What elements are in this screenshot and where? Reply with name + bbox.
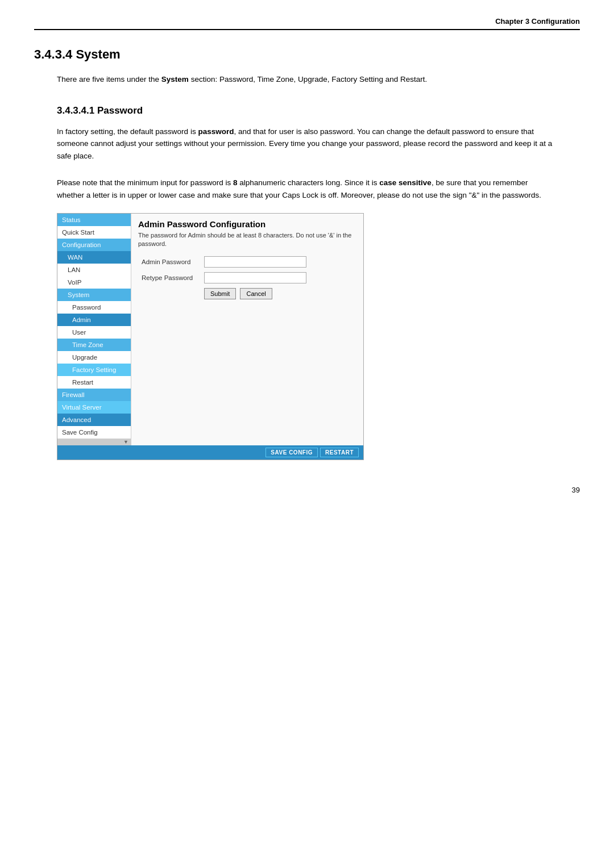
table-row: Retype Password — [138, 270, 356, 286]
admin-password-panel: Admin Password Configuration The passwor… — [131, 214, 363, 445]
sidebar-item-lan[interactable]: LAN — [57, 264, 131, 276]
admin-password-label: Admin Password — [138, 254, 201, 270]
sidebar-item-configuration[interactable]: Configuration — [57, 239, 131, 251]
sidebar-item-factory[interactable]: Factory Setting — [57, 364, 131, 376]
section-number: 3.4.3.4 — [34, 47, 72, 61]
cancel-button[interactable]: Cancel — [240, 288, 272, 299]
submit-button[interactable]: Submit — [204, 288, 236, 299]
restart-button[interactable]: RESTART — [320, 448, 359, 457]
save-config-button[interactable]: SAVE CONFIG — [265, 448, 318, 457]
chapter-header: Chapter 3 Configuration — [34, 17, 580, 30]
sidebar-item-wan[interactable]: WAN — [57, 251, 131, 264]
sidebar-item-virtual-server[interactable]: Virtual Server — [57, 401, 131, 414]
sidebar-item-voip[interactable]: VoIP — [57, 276, 131, 289]
config-panel-title: Admin Password Configuration — [138, 219, 356, 229]
router-sidebar: Status Quick Start Configuration WAN LAN… — [57, 214, 131, 445]
admin-password-input[interactable] — [204, 256, 306, 268]
scroll-indicator: ▼ — [123, 439, 128, 445]
page-number: 39 — [572, 486, 580, 494]
sidebar-item-admin[interactable]: Admin — [57, 314, 131, 326]
sidebar-item-timezone[interactable]: Time Zone — [57, 339, 131, 351]
subsection-para2: Please note that the minimum input for p… — [57, 177, 557, 201]
table-row: Submit Cancel — [138, 286, 356, 302]
subsection-title: 3.4.3.4.1 Password — [57, 105, 557, 116]
sidebar-item-restart[interactable]: Restart — [57, 376, 131, 389]
sidebar-item-save-config[interactable]: Save Config — [57, 426, 131, 439]
table-row: Admin Password — [138, 254, 356, 270]
sidebar-item-upgrade[interactable]: Upgrade — [57, 351, 131, 364]
sidebar-item-system[interactable]: System — [57, 289, 131, 301]
sidebar-item-quickstart[interactable]: Quick Start — [57, 226, 131, 239]
sidebar-item-user[interactable]: User — [57, 326, 131, 339]
section-name: System — [76, 47, 120, 61]
section-title: 3.4.3.4 System — [34, 47, 580, 62]
subsection-para1: In factory setting, the default password… — [57, 126, 557, 162]
sidebar-item-advanced[interactable]: Advanced — [57, 414, 131, 426]
sidebar-item-status[interactable]: Status — [57, 214, 131, 226]
router-ui-mockup: Status Quick Start Configuration WAN LAN… — [57, 213, 364, 460]
retype-password-input[interactable] — [204, 272, 306, 283]
config-panel-desc: The password for Admin should be at leas… — [138, 231, 356, 249]
retype-password-label: Retype Password — [138, 270, 201, 286]
router-bottom-bar: SAVE CONFIG RESTART — [57, 445, 363, 460]
password-form-table: Admin Password Retype Password — [138, 254, 356, 302]
sidebar-scrollbar-area: ▼ — [57, 439, 131, 445]
section-intro: There are five items under the System se… — [34, 73, 580, 86]
sidebar-item-firewall[interactable]: Firewall — [57, 389, 131, 401]
sidebar-item-password[interactable]: Password — [57, 301, 131, 314]
